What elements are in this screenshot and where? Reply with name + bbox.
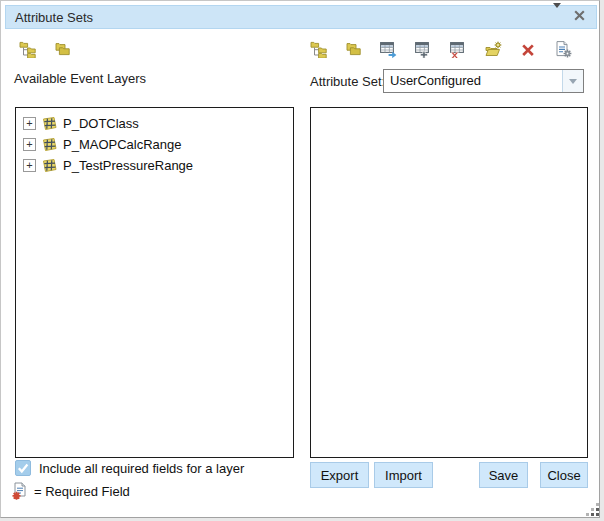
attribute-sets-window: Attribute Sets (0, 0, 604, 521)
layer-tree-icon (310, 41, 327, 58)
delete-x-icon (520, 41, 537, 58)
table-add-icon (415, 41, 432, 58)
required-field-note: = Required Field (34, 484, 130, 499)
expand-plus-icon[interactable]: + (23, 117, 36, 130)
folder-gear-icon (485, 41, 502, 58)
tree-item-p-testpressurerange[interactable]: + P_TestPressureRange (16, 155, 293, 176)
available-event-layers-list[interactable]: + P_DOTClass + P_MAOPCalcRange + (15, 107, 294, 458)
expand-plus-icon[interactable]: + (23, 159, 36, 172)
available-event-layers-heading: Available Event Layers (14, 71, 146, 86)
collapse-attribute-folders-button[interactable] (345, 41, 362, 58)
save-button[interactable]: Save (479, 462, 528, 488)
tree-item-label: P_DOTClass (63, 116, 139, 131)
collapse-folders-button[interactable] (54, 41, 71, 58)
close-x-icon (573, 9, 586, 22)
attribute-set-properties-button[interactable] (555, 41, 572, 58)
new-folder-button[interactable] (485, 41, 502, 58)
toolbar-right (310, 41, 572, 58)
expand-attribute-tree-button[interactable] (310, 41, 327, 58)
toolbar-left (19, 41, 71, 58)
include-required-fields-row: Include all required fields for a layer (15, 460, 244, 476)
titlebar-close-button[interactable] (573, 8, 586, 26)
attribute-set-dropdown[interactable]: UserConfigured (383, 69, 584, 93)
dropdown-arrow-button[interactable] (562, 70, 583, 92)
document-settings-icon (555, 41, 572, 58)
chevron-down-icon (553, 3, 561, 25)
titlebar-menu-button[interactable] (553, 8, 561, 26)
checkmark-icon (16, 461, 30, 475)
import-button[interactable]: Import (374, 462, 433, 488)
delete-button[interactable] (520, 41, 537, 58)
remove-attribute-set-button[interactable] (450, 41, 467, 58)
event-layer-icon (41, 158, 58, 173)
open-folders-icon (345, 41, 362, 58)
layer-tree-icon (19, 41, 36, 58)
include-required-fields-label: Include all required fields for a layer (39, 461, 244, 476)
tree-item-p-dotclass[interactable]: + P_DOTClass (16, 113, 293, 134)
attribute-set-value: UserConfigured (384, 70, 562, 92)
event-layer-icon (41, 116, 58, 131)
expand-plus-icon[interactable]: + (23, 138, 36, 151)
table-export-icon (380, 41, 397, 58)
tree-item-label: P_MAOPCalcRange (63, 137, 182, 152)
required-field-legend: = Required Field (12, 482, 130, 501)
attribute-set-contents-list[interactable] (310, 107, 588, 458)
chevron-down-icon (569, 79, 577, 84)
attribute-set-label: Attribute Set: (310, 74, 385, 89)
window-title: Attribute Sets (6, 10, 553, 25)
event-layer-icon (41, 137, 58, 152)
tree-item-label: P_TestPressureRange (63, 158, 193, 173)
table-remove-icon (450, 41, 467, 58)
open-folders-icon (54, 41, 71, 58)
tree-item-p-maopcalcrange[interactable]: + P_MAOPCalcRange (16, 134, 293, 155)
attribute-sets-dialog: Attribute Sets (0, 0, 600, 518)
add-attribute-set-button[interactable] (415, 41, 432, 58)
include-required-fields-checkbox[interactable] (15, 460, 31, 476)
close-button[interactable]: Close (540, 462, 588, 488)
expand-layer-tree-button[interactable] (19, 41, 36, 58)
resize-grip[interactable] (596, 513, 599, 516)
export-table-button[interactable] (380, 41, 397, 58)
required-field-icon (12, 482, 28, 501)
export-button[interactable]: Export (310, 462, 369, 488)
titlebar[interactable]: Attribute Sets (5, 5, 597, 29)
